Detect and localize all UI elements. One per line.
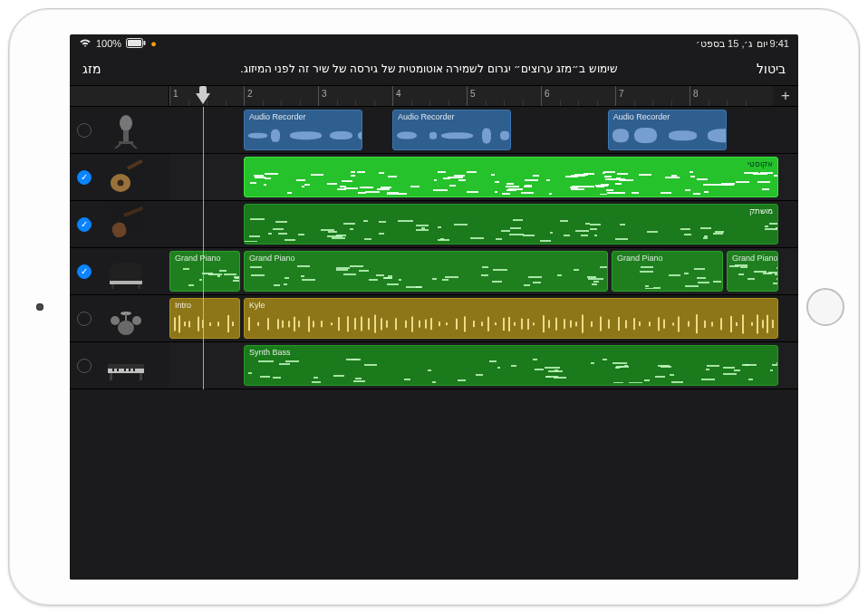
track-lane-bass[interactable]: מושתק: [169, 201, 798, 248]
track-lane-synth[interactable]: Synth Bass: [169, 342, 798, 389]
svg-rect-27: [110, 373, 112, 380]
svg-rect-26: [133, 369, 135, 371]
track-lane-piano[interactable]: Grand PianoGrand PianoGrand PianoGrand P…: [169, 248, 798, 295]
region[interactable]: Grand Piano: [612, 251, 723, 292]
app-screen: 100% ● 9:41 יום ג׳, 15 בספט׳ מזג שימוש ב…: [70, 34, 798, 580]
region-label: Audio Recorder: [398, 112, 506, 121]
battery-pct: 100%: [96, 38, 121, 49]
drums-icon: [99, 300, 153, 338]
bass-icon: [99, 206, 153, 244]
keyboard-icon: [99, 347, 153, 385]
svg-rect-14: [138, 284, 140, 289]
svg-rect-2: [144, 41, 146, 45]
region-label: אקוסטי: [249, 159, 773, 168]
svg-point-15: [118, 321, 134, 335]
track-select-radio[interactable]: [77, 264, 92, 279]
ruler-bar[interactable]: 7: [615, 86, 624, 106]
region[interactable]: Grand Piano: [727, 251, 778, 292]
track-headers: [70, 107, 169, 580]
svg-point-17: [132, 316, 141, 325]
status-bar: 100% ● 9:41 יום ג׳, 15 בספט׳: [70, 34, 798, 53]
cancel-button[interactable]: ביטול: [757, 62, 786, 76]
track-header-bass[interactable]: [70, 201, 169, 248]
region-label: Grand Piano: [175, 254, 235, 263]
region-label: Grand Piano: [732, 254, 773, 263]
ruler-bar[interactable]: 8: [690, 86, 699, 106]
ipad-frame: 100% ● 9:41 יום ג׳, 15 בספט׳ מזג שימוש ב…: [8, 8, 860, 606]
track-header-piano[interactable]: [70, 248, 169, 295]
track-select-radio[interactable]: [77, 359, 92, 373]
region-label: Grand Piano: [617, 254, 718, 263]
region[interactable]: מושתק: [244, 204, 778, 245]
svg-line-7: [131, 144, 137, 149]
svg-rect-11: [123, 206, 143, 217]
wifi-icon: [79, 38, 92, 50]
ruler-bar[interactable]: 6: [541, 86, 550, 106]
mic-icon: [99, 111, 153, 149]
track-header-synth[interactable]: [70, 342, 169, 389]
svg-rect-12: [110, 281, 142, 284]
add-section-button[interactable]: +: [773, 86, 798, 106]
svg-rect-24: [124, 369, 126, 371]
region[interactable]: Audio Recorder: [608, 110, 727, 150]
ruler-spacer: [70, 86, 169, 106]
ruler-bar[interactable]: 2: [244, 86, 253, 106]
nav-bar: מזג שימוש ב״מזג ערוצים״ יגרום לשמירה אוט…: [70, 53, 798, 85]
svg-rect-23: [117, 369, 119, 371]
track-header-mic[interactable]: [70, 107, 169, 154]
track-lane-mic[interactable]: Audio RecorderAudio RecorderAudio Record…: [169, 107, 798, 154]
merge-button[interactable]: מזג: [82, 62, 101, 76]
track-header-acoustic[interactable]: [70, 154, 169, 201]
region-label: מושתק: [249, 206, 773, 216]
playhead-marker[interactable]: [196, 86, 210, 101]
region[interactable]: Grand Piano: [244, 251, 608, 292]
ruler-bar[interactable]: 3: [318, 86, 327, 106]
piano-icon: [99, 253, 153, 291]
track-lane-drums[interactable]: IntroKyle: [169, 295, 798, 342]
region[interactable]: Grand Piano: [169, 251, 240, 292]
region[interactable]: Kyle: [244, 298, 778, 339]
home-button[interactable]: [806, 288, 844, 326]
track-lane-acoustic[interactable]: אקוסטי: [169, 154, 798, 201]
region-label: Intro: [175, 301, 235, 310]
svg-rect-5: [119, 141, 133, 144]
svg-rect-4: [123, 130, 129, 141]
track-select-radio[interactable]: [77, 123, 92, 138]
track-header-drums[interactable]: [70, 295, 169, 342]
region[interactable]: Audio Recorder: [244, 110, 362, 150]
region[interactable]: אקוסטי: [244, 157, 778, 197]
svg-point-16: [111, 316, 120, 325]
svg-point-3: [120, 115, 132, 131]
nav-title: שימוש ב״מזג ערוצים״ יגרום לשמירה אוטומטי…: [101, 62, 757, 75]
timeline-ruler[interactable]: 12345678 +: [70, 85, 798, 107]
ruler-bar[interactable]: 5: [467, 86, 476, 106]
track-select-radio[interactable]: [77, 170, 92, 185]
ruler-bar[interactable]: 1: [169, 86, 178, 106]
recording-indicator-icon: ●: [150, 38, 157, 49]
region[interactable]: Audio Recorder: [392, 110, 511, 150]
front-camera: [36, 303, 43, 311]
track-lanes[interactable]: Audio RecorderAudio RecorderAudio Record…: [169, 107, 798, 580]
ruler-bar[interactable]: 4: [392, 86, 401, 106]
svg-rect-10: [127, 159, 143, 170]
battery-icon: [126, 38, 146, 50]
track-select-radio[interactable]: [77, 312, 92, 326]
region-label: Grand Piano: [249, 254, 603, 263]
svg-point-9: [118, 179, 124, 186]
tracks-area: Audio RecorderAudio RecorderAudio Record…: [70, 107, 798, 580]
status-time-date: 9:41 יום ג׳, 15 בספט׳: [696, 38, 789, 50]
region[interactable]: Synth Bass: [244, 345, 778, 386]
svg-rect-28: [140, 373, 142, 380]
region-label: Audio Recorder: [249, 112, 357, 121]
guitar-icon: [99, 158, 153, 197]
ruler-ticks[interactable]: 12345678: [169, 86, 798, 106]
region-label: Kyle: [249, 301, 773, 310]
svg-rect-22: [112, 369, 114, 371]
region-label: Synth Bass: [249, 348, 773, 357]
track-select-radio[interactable]: [77, 217, 92, 232]
region[interactable]: Intro: [169, 298, 240, 339]
svg-rect-25: [129, 369, 130, 371]
svg-line-6: [115, 144, 121, 149]
region-label: Audio Recorder: [613, 112, 721, 121]
svg-rect-1: [128, 40, 141, 46]
